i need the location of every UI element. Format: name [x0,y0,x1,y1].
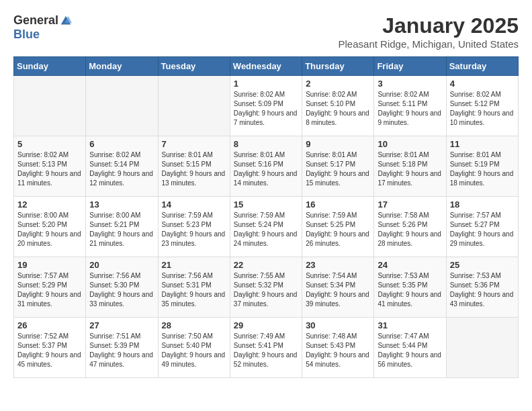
day-info: Sunrise: 7:58 AM Sunset: 5:26 PM Dayligh… [378,211,442,248]
day-info: Sunrise: 7:56 AM Sunset: 5:31 PM Dayligh… [162,271,226,309]
day-number: 18 [450,199,515,210]
calendar-cell: 27Sunrise: 7:51 AM Sunset: 5:39 PM Dayli… [86,318,158,378]
calendar-cell: 18Sunrise: 7:57 AM Sunset: 5:27 PM Dayli… [446,197,518,257]
weekday-header-wednesday: Wednesday [230,57,302,76]
day-number: 6 [89,139,154,149]
calendar-cell: 30Sunrise: 7:48 AM Sunset: 5:43 PM Dayli… [302,318,374,378]
calendar-cell: 20Sunrise: 7:56 AM Sunset: 5:30 PM Dayli… [86,257,158,318]
calendar-cell: 26Sunrise: 7:52 AM Sunset: 5:37 PM Dayli… [14,318,86,378]
location-subtitle: Pleasant Ridge, Michigan, United States [339,38,519,50]
day-info: Sunrise: 8:01 AM Sunset: 5:17 PM Dayligh… [306,150,370,188]
calendar-cell: 11Sunrise: 8:01 AM Sunset: 5:19 PM Dayli… [446,136,518,197]
day-number: 5 [17,139,82,149]
day-number: 7 [162,139,226,149]
logo-blue-text: Blue [13,28,40,42]
day-number: 26 [17,320,82,330]
day-info: Sunrise: 7:57 AM Sunset: 5:27 PM Dayligh… [450,211,515,248]
day-number: 27 [89,320,154,330]
day-info: Sunrise: 7:51 AM Sunset: 5:39 PM Dayligh… [89,332,154,369]
day-number: 4 [450,79,515,89]
calendar-cell: 2Sunrise: 8:02 AM Sunset: 5:10 PM Daylig… [302,76,374,136]
day-number: 31 [378,320,442,330]
calendar-cell: 29Sunrise: 7:49 AM Sunset: 5:41 PM Dayli… [230,318,302,378]
day-number: 1 [234,79,298,89]
day-info: Sunrise: 8:02 AM Sunset: 5:13 PM Dayligh… [17,150,82,188]
weekday-header-row: SundayMondayTuesdayWednesdayThursdayFrid… [14,57,519,76]
logo-icon [60,15,72,27]
calendar-cell: 10Sunrise: 8:01 AM Sunset: 5:18 PM Dayli… [374,136,446,197]
day-info: Sunrise: 7:56 AM Sunset: 5:30 PM Dayligh… [89,271,154,309]
logo-general-text: General [13,13,58,28]
page-header: General Blue January 2025 Pleasant Ridge… [13,13,519,50]
calendar-table: SundayMondayTuesdayWednesdayThursdayFrid… [13,56,519,378]
calendar-week-row: 12Sunrise: 8:00 AM Sunset: 5:20 PM Dayli… [14,197,519,257]
day-info: Sunrise: 7:54 AM Sunset: 5:34 PM Dayligh… [306,271,370,309]
day-info: Sunrise: 7:59 AM Sunset: 5:25 PM Dayligh… [306,211,370,248]
calendar-cell: 17Sunrise: 7:58 AM Sunset: 5:26 PM Dayli… [374,197,446,257]
calendar-week-row: 1Sunrise: 8:02 AM Sunset: 5:09 PM Daylig… [14,76,519,136]
calendar-cell [14,76,86,136]
day-info: Sunrise: 8:00 AM Sunset: 5:21 PM Dayligh… [89,211,154,248]
calendar-cell: 4Sunrise: 8:02 AM Sunset: 5:12 PM Daylig… [446,76,518,136]
day-info: Sunrise: 8:01 AM Sunset: 5:15 PM Dayligh… [162,150,226,188]
weekday-header-tuesday: Tuesday [158,57,230,76]
calendar-cell: 23Sunrise: 7:54 AM Sunset: 5:34 PM Dayli… [302,257,374,318]
day-info: Sunrise: 8:01 AM Sunset: 5:18 PM Dayligh… [378,150,442,188]
calendar-cell: 12Sunrise: 8:00 AM Sunset: 5:20 PM Dayli… [14,197,86,257]
day-number: 15 [234,199,298,210]
calendar-cell: 16Sunrise: 7:59 AM Sunset: 5:25 PM Dayli… [302,197,374,257]
day-number: 9 [306,139,370,149]
month-title: January 2025 [339,13,519,38]
weekday-header-sunday: Sunday [14,57,86,76]
calendar-cell: 31Sunrise: 7:47 AM Sunset: 5:44 PM Dayli… [374,318,446,378]
calendar-cell [86,76,158,136]
day-info: Sunrise: 7:49 AM Sunset: 5:41 PM Dayligh… [234,332,298,369]
weekday-header-saturday: Saturday [446,57,518,76]
day-number: 19 [17,260,82,270]
calendar-cell: 19Sunrise: 7:57 AM Sunset: 5:29 PM Dayli… [14,257,86,318]
calendar-cell [446,318,518,378]
calendar-cell: 8Sunrise: 8:01 AM Sunset: 5:16 PM Daylig… [230,136,302,197]
day-info: Sunrise: 8:02 AM Sunset: 5:09 PM Dayligh… [234,90,298,128]
day-number: 10 [378,139,442,149]
day-info: Sunrise: 8:02 AM Sunset: 5:11 PM Dayligh… [378,90,442,128]
calendar-cell: 9Sunrise: 8:01 AM Sunset: 5:17 PM Daylig… [302,136,374,197]
day-info: Sunrise: 8:01 AM Sunset: 5:16 PM Dayligh… [234,150,298,188]
day-number: 14 [162,199,226,210]
day-number: 20 [89,260,154,270]
calendar-cell: 24Sunrise: 7:53 AM Sunset: 5:35 PM Dayli… [374,257,446,318]
day-info: Sunrise: 7:53 AM Sunset: 5:36 PM Dayligh… [450,271,515,309]
day-number: 22 [234,260,298,270]
calendar-week-row: 19Sunrise: 7:57 AM Sunset: 5:29 PM Dayli… [14,257,519,318]
day-info: Sunrise: 7:52 AM Sunset: 5:37 PM Dayligh… [17,332,82,369]
day-number: 25 [450,260,515,270]
calendar-cell: 5Sunrise: 8:02 AM Sunset: 5:13 PM Daylig… [14,136,86,197]
day-info: Sunrise: 7:55 AM Sunset: 5:32 PM Dayligh… [234,271,298,309]
day-number: 29 [234,320,298,330]
day-info: Sunrise: 7:59 AM Sunset: 5:23 PM Dayligh… [162,211,226,248]
day-number: 28 [162,320,226,330]
logo: General Blue [13,13,72,42]
day-info: Sunrise: 8:00 AM Sunset: 5:20 PM Dayligh… [17,211,82,248]
day-info: Sunrise: 7:53 AM Sunset: 5:35 PM Dayligh… [378,271,442,309]
day-number: 11 [450,139,515,149]
day-number: 17 [378,199,442,210]
day-number: 8 [234,139,298,149]
day-info: Sunrise: 7:47 AM Sunset: 5:44 PM Dayligh… [378,332,442,369]
day-number: 21 [162,260,226,270]
calendar-cell: 25Sunrise: 7:53 AM Sunset: 5:36 PM Dayli… [446,257,518,318]
calendar-cell: 13Sunrise: 8:00 AM Sunset: 5:21 PM Dayli… [86,197,158,257]
day-number: 16 [306,199,370,210]
calendar-cell: 7Sunrise: 8:01 AM Sunset: 5:15 PM Daylig… [158,136,230,197]
day-info: Sunrise: 7:57 AM Sunset: 5:29 PM Dayligh… [17,271,82,309]
calendar-cell [158,76,230,136]
day-number: 23 [306,260,370,270]
calendar-week-row: 26Sunrise: 7:52 AM Sunset: 5:37 PM Dayli… [14,318,519,378]
calendar-cell: 3Sunrise: 8:02 AM Sunset: 5:11 PM Daylig… [374,76,446,136]
day-number: 30 [306,320,370,330]
weekday-header-monday: Monday [86,57,158,76]
day-number: 3 [378,79,442,89]
calendar-week-row: 5Sunrise: 8:02 AM Sunset: 5:13 PM Daylig… [14,136,519,197]
day-info: Sunrise: 8:01 AM Sunset: 5:19 PM Dayligh… [450,150,515,188]
day-number: 24 [378,260,442,270]
